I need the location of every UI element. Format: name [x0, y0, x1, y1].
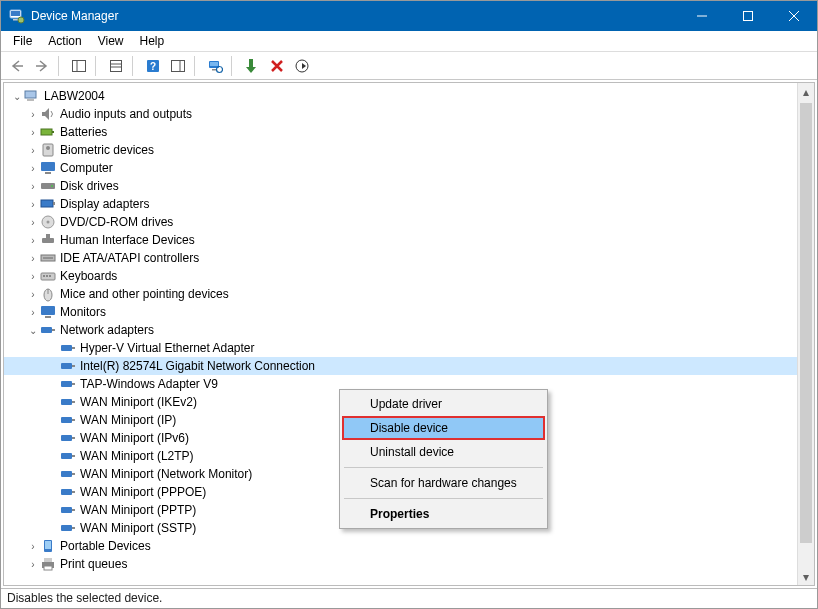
svg-rect-72	[72, 527, 75, 529]
svg-rect-5	[73, 60, 86, 71]
category-keyboards[interactable]: › Keyboards	[4, 267, 797, 285]
svg-rect-64	[72, 455, 75, 457]
category-disk[interactable]: › Disk drives	[4, 177, 797, 195]
menu-view[interactable]: View	[90, 32, 132, 50]
expand-icon[interactable]: ›	[26, 181, 40, 192]
menu-update-driver[interactable]: Update driver	[342, 392, 545, 416]
expand-icon[interactable]: ›	[26, 163, 40, 174]
category-mice[interactable]: › Mice and other pointing devices	[4, 285, 797, 303]
svg-rect-15	[210, 62, 218, 66]
properties-button[interactable]	[104, 54, 128, 78]
menu-scan-hardware[interactable]: Scan for hardware changes	[342, 471, 545, 495]
category-network[interactable]: ⌄ Network adapters	[4, 321, 797, 339]
menu-separator	[344, 467, 543, 468]
category-batteries[interactable]: › Batteries	[4, 123, 797, 141]
expand-icon[interactable]: ›	[26, 145, 40, 156]
computer-icon	[24, 88, 40, 104]
svg-rect-2	[13, 19, 18, 21]
svg-rect-12	[172, 60, 185, 71]
scroll-up-button[interactable]: ▴	[798, 83, 814, 100]
forward-button[interactable]	[30, 54, 54, 78]
expand-icon[interactable]: ›	[26, 541, 40, 552]
collapse-icon[interactable]: ⌄	[10, 91, 24, 102]
svg-rect-37	[42, 238, 54, 243]
device-intel-gigabit[interactable]: Intel(R) 82574L Gigabit Network Connecti…	[4, 357, 797, 375]
close-button[interactable]	[771, 1, 817, 31]
computer-scan-button[interactable]	[203, 54, 227, 78]
category-monitors[interactable]: › Monitors	[4, 303, 797, 321]
menu-action[interactable]: Action	[40, 32, 89, 50]
svg-rect-74	[45, 541, 51, 549]
network-adapter-icon	[60, 448, 76, 464]
expand-icon[interactable]: ›	[26, 253, 40, 264]
svg-rect-53	[61, 363, 72, 369]
expand-icon[interactable]: ›	[26, 289, 40, 300]
expand-icon[interactable]: ›	[26, 109, 40, 120]
back-button[interactable]	[5, 54, 29, 78]
device-hyperv[interactable]: Hyper-V Virtual Ethernet Adapter	[4, 339, 797, 357]
show-hide-tree-button[interactable]	[67, 54, 91, 78]
expand-icon[interactable]: ›	[26, 235, 40, 246]
expand-icon[interactable]: ›	[26, 199, 40, 210]
scan-hardware-button[interactable]	[290, 54, 314, 78]
minimize-button[interactable]	[679, 1, 725, 31]
svg-rect-65	[61, 471, 72, 477]
svg-rect-22	[25, 91, 36, 98]
svg-rect-47	[41, 306, 55, 315]
menu-disable-device[interactable]: Disable device	[342, 416, 545, 440]
menu-help[interactable]: Help	[132, 32, 173, 50]
category-ide[interactable]: › IDE ATA/ATAPI controllers	[4, 249, 797, 267]
svg-rect-55	[61, 381, 72, 387]
svg-rect-44	[49, 275, 51, 277]
scroll-down-button[interactable]: ▾	[798, 568, 814, 585]
menu-uninstall-device[interactable]: Uninstall device	[342, 440, 545, 464]
svg-rect-42	[43, 275, 45, 277]
help-button[interactable]: ?	[141, 54, 165, 78]
monitor-icon	[40, 304, 56, 320]
svg-marker-24	[42, 108, 49, 120]
enable-device-button[interactable]	[240, 54, 264, 78]
network-adapter-icon	[60, 430, 76, 446]
category-display[interactable]: › Display adapters	[4, 195, 797, 213]
svg-rect-25	[41, 129, 52, 135]
toolbar: ?	[1, 52, 817, 80]
svg-rect-62	[72, 437, 75, 439]
uninstall-device-button[interactable]	[265, 54, 289, 78]
svg-rect-33	[41, 200, 53, 207]
menu-properties[interactable]: Properties	[342, 502, 545, 526]
category-portable[interactable]: › Portable Devices	[4, 537, 797, 555]
tree-root[interactable]: ⌄ LABW2004	[4, 87, 797, 105]
svg-rect-18	[249, 59, 253, 68]
category-biometric[interactable]: › Biometric devices	[4, 141, 797, 159]
svg-rect-70	[72, 509, 75, 511]
expand-icon[interactable]: ›	[26, 271, 40, 282]
expand-icon[interactable]: ›	[26, 559, 40, 570]
menu-file[interactable]: File	[5, 32, 40, 50]
vertical-scrollbar[interactable]: ▴ ▾	[797, 83, 814, 585]
printer-icon	[40, 556, 56, 572]
svg-rect-43	[46, 275, 48, 277]
svg-rect-48	[45, 316, 51, 318]
maximize-button[interactable]	[725, 1, 771, 31]
category-dvd[interactable]: › DVD/CD-ROM drives	[4, 213, 797, 231]
category-computer[interactable]: › Computer	[4, 159, 797, 177]
network-adapter-icon	[60, 484, 76, 500]
keyboard-icon	[40, 268, 56, 284]
category-hid[interactable]: › Human Interface Devices	[4, 231, 797, 249]
hid-icon	[40, 232, 56, 248]
svg-rect-71	[61, 525, 72, 531]
svg-rect-66	[72, 473, 75, 475]
action-panel-button[interactable]	[166, 54, 190, 78]
svg-rect-52	[72, 347, 75, 349]
collapse-icon[interactable]: ⌄	[26, 325, 40, 336]
category-print[interactable]: › Print queues	[4, 555, 797, 573]
scrollbar-thumb[interactable]	[800, 103, 812, 543]
svg-rect-26	[52, 131, 54, 133]
expand-icon[interactable]: ›	[26, 307, 40, 318]
category-audio[interactable]: › Audio inputs and outputs	[4, 105, 797, 123]
expand-icon[interactable]: ›	[26, 217, 40, 228]
network-adapter-icon	[60, 502, 76, 518]
expand-icon[interactable]: ›	[26, 127, 40, 138]
svg-rect-49	[41, 327, 52, 333]
svg-rect-67	[61, 489, 72, 495]
